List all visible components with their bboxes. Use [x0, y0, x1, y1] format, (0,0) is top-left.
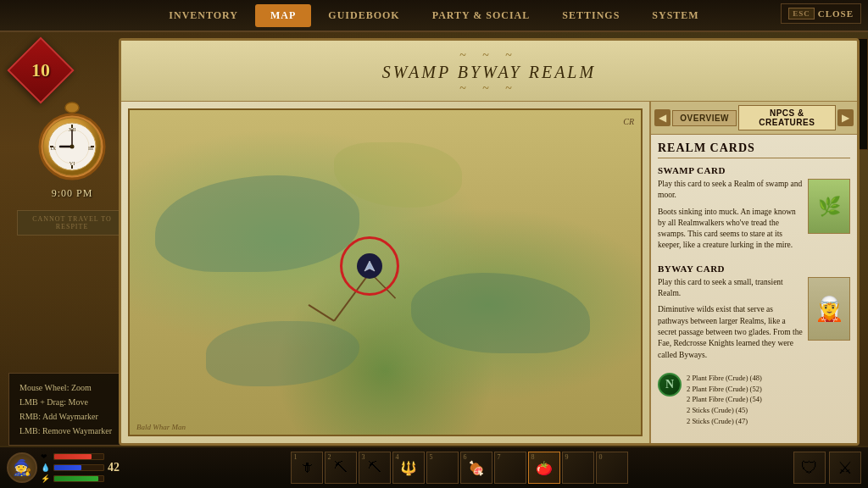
- mana-fill: [54, 465, 81, 470]
- player-circle: [340, 236, 399, 296]
- control-remove-waymarker: LMB: Remove Waymarker: [19, 424, 120, 438]
- right-content[interactable]: REALM CARDS SWAMP CARD 🌿 Play this card …: [651, 135, 857, 443]
- swamp-card-title: SWAMP CARD: [658, 165, 850, 175]
- bottom-hotbar: 🧙 ❤ 💧 ⚡ 42 1🗡2⛏3⛏4🔱56🍖78🍅90 �: [0, 446, 868, 488]
- byway-card-body: 🧝 Play this card to seek a small, transi…: [658, 277, 850, 366]
- hotbar-slot-9[interactable]: 9: [562, 452, 594, 484]
- hotbar-slot-2[interactable]: 2⛏: [325, 452, 357, 484]
- close-button[interactable]: ESC CLOSE: [781, 3, 861, 24]
- hotbar-slot-6[interactable]: 6🍖: [460, 452, 492, 484]
- loot-list-item: 2 Plant Fibre (Crude) (54): [687, 394, 850, 405]
- nav-system[interactable]: SYSTEM: [637, 4, 714, 27]
- loot-list-item: 2 Plant Fibre (Crude) (48): [687, 373, 850, 384]
- action-attack[interactable]: ⚔: [829, 452, 861, 484]
- time-display: 9:00 PM: [52, 187, 93, 200]
- health-icon: ❤: [41, 452, 51, 461]
- hotbar-slot-8[interactable]: 8🍅: [528, 452, 560, 484]
- player-marker: [357, 253, 382, 279]
- map-area[interactable]: CR Bald Whar Man: [121, 102, 649, 443]
- hotbar-slot-3[interactable]: 3⛏: [359, 452, 391, 484]
- nav-map[interactable]: MAP: [255, 4, 311, 27]
- hotbar-slot-10[interactable]: 0: [596, 452, 628, 484]
- svg-point-0: [65, 103, 79, 113]
- map-container[interactable]: CR Bald Whar Man: [128, 108, 643, 436]
- hotbar-slot-7[interactable]: 7: [494, 452, 526, 484]
- level-badge: 10: [17, 47, 64, 94]
- nav-party-social[interactable]: PARTY & SOCIAL: [417, 4, 546, 27]
- hotbar-slot-4[interactable]: 4🔱: [392, 452, 425, 484]
- action-shield[interactable]: 🛡: [793, 452, 826, 484]
- character-level: 42: [108, 461, 120, 474]
- status-bars: ❤ 💧 ⚡: [41, 452, 104, 483]
- character-info: 🧙 ❤ 💧 ⚡ 42: [7, 452, 125, 483]
- controls-hint: Mouse Wheel: Zoom LMB + Drag: Move RMB: …: [8, 373, 131, 446]
- loot-list-item: 2 Sticks (Crude) (47): [687, 416, 850, 427]
- stamina-bar-wrap: ⚡: [41, 474, 104, 483]
- control-add-waymarker: RMB: Add Waymarker: [19, 409, 120, 424]
- byway-card-title: BYWAY CARD: [658, 263, 850, 274]
- tab-overview[interactable]: OVERVIEW: [672, 110, 737, 126]
- mana-bar: [53, 464, 104, 471]
- title-decoration-bottom: ~ ~ ~: [121, 82, 857, 96]
- stamina-bar: [53, 475, 104, 482]
- loot-list: 2 Plant Fibre (Crude) (48)2 Plant Fibre …: [687, 373, 850, 427]
- stamina-icon: ⚡: [41, 474, 51, 483]
- top-navigation: INVENTORY MAP GUIDEBOOK PARTY & SOCIAL S…: [0, 0, 868, 32]
- hotbar-actions: 🛡 ⚔: [793, 452, 861, 484]
- character-avatar: 🧙: [7, 452, 37, 483]
- right-panel: ◀ OVERVIEW NPCS & CREATURES ▶ REALM CARD…: [649, 102, 857, 443]
- swamp-card-art: 🌿: [809, 180, 849, 233]
- tab-npcs[interactable]: NPCS & CREATURES: [738, 105, 836, 130]
- swamp-card-image: 🌿: [808, 179, 850, 234]
- health-bar-wrap: ❤: [41, 452, 104, 461]
- clock-icon: XII III VI IX: [30, 97, 114, 182]
- close-label: CLOSE: [818, 8, 854, 19]
- control-move: LMB + Drag: Move: [19, 395, 120, 409]
- nav-inventory[interactable]: INVENTORY: [153, 4, 253, 27]
- health-fill: [54, 454, 92, 459]
- byway-loot-area: N 2 Plant Fibre (Crude) (48)2 Plant Fibr…: [658, 373, 850, 427]
- hotbar-slot-5[interactable]: 5: [426, 452, 459, 484]
- main-panel: ~ ~ ~ Swamp Byway Realm ~ ~ ~ CR: [119, 38, 860, 446]
- esc-badge: ESC: [788, 8, 815, 19]
- map-credit: Bald Whar Man: [136, 423, 186, 431]
- hotbar-slot-1[interactable]: 1🗡: [291, 452, 323, 484]
- mana-bar-wrap: 💧: [41, 463, 104, 472]
- nav-guidebook[interactable]: GUIDEBOOK: [313, 4, 415, 27]
- hotbar-slots: 1🗡2⛏3⛏4🔱56🍖78🍅90: [131, 452, 787, 484]
- stamina-fill: [54, 476, 98, 481]
- left-panel: 10: [0, 38, 136, 446]
- byway-card-image: 🧝: [808, 277, 850, 341]
- panel-title-area: ~ ~ ~ Swamp Byway Realm ~ ~ ~: [121, 41, 857, 102]
- mana-icon: 💧: [41, 463, 51, 472]
- control-zoom: Mouse Wheel: Zoom: [19, 380, 120, 395]
- loot-list-item: 2 Sticks (Crude) (45): [687, 405, 850, 416]
- travel-button: CANNOT TRAVEL TO RESPITE: [17, 210, 127, 236]
- svg-line-17: [309, 305, 334, 321]
- section-title: REALM CARDS: [658, 141, 850, 158]
- tab-prev-arrow[interactable]: ◀: [654, 109, 670, 126]
- svg-text:IX: IX: [51, 146, 57, 151]
- tab-next-arrow[interactable]: ▶: [837, 109, 854, 126]
- right-tabs: ◀ OVERVIEW NPCS & CREATURES ▶: [651, 102, 857, 135]
- panel-body: CR Bald Whar Man: [121, 102, 857, 443]
- swamp-card-body: 🌿 Play this card to seek a Realm of swam…: [658, 179, 850, 257]
- loot-list-item: 2 Plant Fibre (Crude) (52): [687, 384, 850, 395]
- realm-title: Swamp Byway Realm: [121, 63, 857, 82]
- title-decoration-top: ~ ~ ~: [121, 49, 857, 63]
- health-bar: [53, 453, 104, 460]
- svg-point-14: [70, 145, 75, 149]
- player-level: 10: [31, 59, 50, 81]
- n-badge: N: [658, 373, 682, 396]
- nav-settings[interactable]: SETTINGS: [547, 4, 635, 27]
